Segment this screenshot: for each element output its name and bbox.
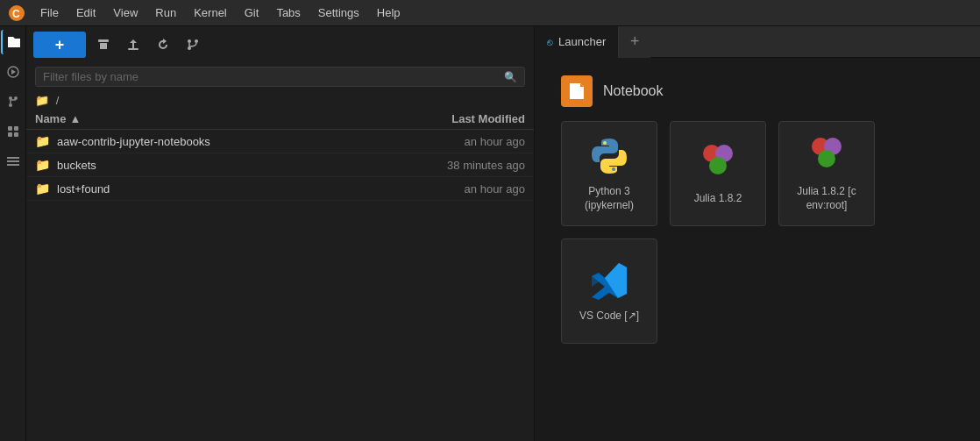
git-branch-button[interactable] — [181, 32, 205, 57]
kernel-card-vscode[interactable]: VS Code [↗] — [561, 238, 657, 344]
file-panel: + — [26, 26, 535, 441]
kernel-cards: Python 3(ipykernel) Julia 1.8.2 — [561, 121, 954, 226]
tab-bar: ⎋ Launcher + — [535, 26, 980, 58]
svg-point-17 — [188, 39, 191, 43]
kernel-cards-row2: VS Code [↗] — [561, 238, 954, 344]
tab-launcher-label: Launcher — [558, 35, 606, 48]
svg-point-22 — [603, 141, 607, 145]
section-notebook-title: Notebook — [561, 75, 954, 107]
sidebar-running-icon[interactable] — [1, 60, 25, 84]
toolbar: + — [26, 26, 534, 63]
col-name-header[interactable]: Name ▲ — [35, 112, 394, 125]
menu-edit[interactable]: Edit — [67, 3, 104, 23]
col-modified-header: Last Modified — [394, 112, 525, 125]
menu-run[interactable]: Run — [146, 3, 185, 23]
svg-rect-11 — [14, 132, 18, 137]
table-row[interactable]: 📁 buckets 38 minutes ago — [26, 153, 534, 177]
launcher-panel: ⎋ Launcher + Notebook — [535, 26, 980, 441]
svg-point-5 — [9, 103, 12, 107]
svg-rect-12 — [7, 157, 19, 159]
table-row[interactable]: 📁 aaw-contrib-jupyter-notebooks an hour … — [26, 130, 534, 153]
refresh-button[interactable] — [151, 32, 175, 57]
sidebar-extensions-icon[interactable] — [1, 119, 25, 144]
folder-icon: 📁 — [35, 181, 50, 196]
breadcrumb-path: / — [56, 94, 60, 107]
svg-point-18 — [195, 39, 198, 43]
table-row[interactable]: 📁 lost+found an hour ago — [26, 177, 534, 201]
folder-icon: 📁 — [35, 158, 50, 172]
launcher-content: Notebook Python 3(ipykernel) — [535, 58, 980, 441]
menu-tabs[interactable]: Tabs — [267, 3, 309, 23]
svg-rect-13 — [7, 160, 19, 162]
file-modified: an hour ago — [394, 135, 525, 148]
svg-point-29 — [818, 150, 835, 167]
table-header: Name ▲ Last Modified — [26, 109, 534, 130]
tab-launcher-icon: ⎋ — [547, 37, 553, 47]
svg-rect-10 — [8, 132, 12, 137]
kernel-card-python3-label: Python 3(ipykernel) — [585, 185, 634, 212]
sidebar-files-icon[interactable] — [1, 30, 25, 54]
kernel-card-julia182root-label: Julia 1.8.2 [cenv:root] — [797, 185, 856, 212]
menu-help[interactable]: Help — [368, 3, 409, 23]
julia-logo — [696, 141, 740, 185]
menu-file[interactable]: File — [32, 3, 67, 23]
new-button[interactable]: + — [33, 32, 86, 58]
menu-git[interactable]: Git — [236, 3, 268, 23]
menu-kernel[interactable]: Kernel — [185, 3, 236, 23]
file-name: aaw-contrib-jupyter-notebooks — [57, 135, 394, 148]
menu-view[interactable]: View — [104, 3, 146, 23]
icon-sidebar — [0, 26, 26, 441]
search-input[interactable] — [43, 70, 504, 83]
section-notebook-label: Notebook — [603, 83, 664, 99]
svg-rect-8 — [8, 126, 12, 131]
folder-icon: 📁 — [35, 94, 49, 107]
tab-launcher[interactable]: ⎋ Launcher — [535, 26, 619, 58]
file-modified: 38 minutes ago — [394, 159, 525, 172]
sidebar-git-icon[interactable] — [1, 89, 25, 114]
menu-settings[interactable]: Settings — [309, 3, 368, 23]
kernel-card-julia182-label: Julia 1.8.2 — [694, 192, 742, 206]
notebook-icon-badge — [561, 75, 593, 107]
main-layout: + — [0, 26, 980, 441]
file-name: lost+found — [57, 182, 394, 196]
svg-text:C: C — [12, 8, 20, 20]
sidebar-table-icon[interactable] — [1, 149, 25, 174]
app-logo: C — [7, 4, 26, 23]
upload-file-button[interactable] — [121, 32, 146, 57]
svg-point-23 — [612, 167, 615, 171]
search-icon: 🔍 — [504, 71, 517, 83]
upload-button[interactable] — [91, 32, 116, 57]
kernel-card-vscode-label: VS Code [↗] — [579, 309, 639, 324]
file-table: Name ▲ Last Modified 📁 aaw-contrib-jupyt… — [26, 109, 534, 441]
file-modified: an hour ago — [394, 182, 525, 196]
kernel-card-julia182root[interactable]: Julia 1.8.2 [cenv:root] — [778, 121, 875, 226]
menubar: C File Edit View Run Kernel Git Tabs Set… — [0, 0, 980, 26]
vscode-logo — [587, 259, 631, 302]
python-logo — [587, 134, 631, 178]
svg-rect-15 — [98, 39, 109, 42]
kernel-card-python3[interactable]: Python 3(ipykernel) — [561, 121, 657, 226]
add-tab-button[interactable]: + — [619, 26, 650, 58]
file-name: buckets — [57, 159, 394, 172]
julia-root-logo — [805, 134, 849, 178]
svg-marker-21 — [580, 83, 584, 87]
search-bar[interactable]: 🔍 — [35, 67, 525, 87]
svg-rect-14 — [7, 164, 19, 166]
folder-icon: 📁 — [35, 134, 50, 148]
svg-point-26 — [709, 157, 727, 174]
svg-rect-9 — [14, 126, 18, 131]
breadcrumb: 📁 / — [26, 90, 534, 109]
kernel-card-julia182[interactable]: Julia 1.8.2 — [670, 121, 766, 226]
sort-icon: ▲ — [69, 112, 81, 125]
svg-rect-16 — [128, 48, 138, 50]
